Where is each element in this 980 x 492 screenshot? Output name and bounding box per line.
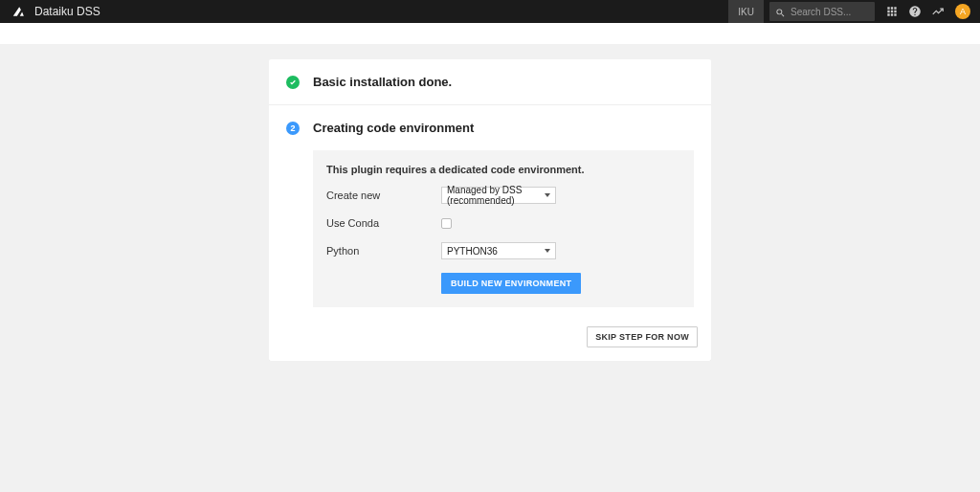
use-conda-checkbox[interactable] (441, 218, 452, 229)
search-container[interactable] (769, 2, 875, 21)
header-right: IKU A (728, 0, 980, 23)
apps-grid-icon[interactable] (880, 0, 903, 23)
chevron-down-icon (545, 249, 550, 253)
skip-row: SKIP STEP FOR NOW (269, 321, 711, 361)
help-icon[interactable] (903, 0, 926, 23)
step-body: This plugin requires a dedicated code en… (269, 150, 711, 321)
python-value: PYTHON36 (447, 246, 498, 257)
step-number-badge: 2 (286, 122, 300, 135)
app-logo-icon (11, 5, 25, 18)
python-row: Python PYTHON36 (326, 242, 680, 259)
chevron-down-icon (545, 193, 550, 197)
step-active-title: Creating code environment (313, 121, 474, 135)
python-select[interactable]: PYTHON36 (441, 242, 556, 259)
avatar[interactable]: A (955, 4, 970, 19)
skip-step-button[interactable]: SKIP STEP FOR NOW (587, 326, 698, 347)
activity-icon[interactable] (926, 0, 949, 23)
page-content: Basic installation done. 2 Creating code… (0, 44, 980, 361)
step-active-row: 2 Creating code environment (269, 105, 711, 150)
iku-badge[interactable]: IKU (728, 0, 764, 23)
form-note: This plugin requires a dedicated code en… (326, 164, 680, 175)
sub-header (0, 23, 980, 44)
use-conda-row: Use Conda (326, 217, 680, 229)
python-label: Python (326, 245, 441, 257)
create-new-label: Create new (326, 190, 441, 201)
app-title: Dataiku DSS (34, 5, 100, 18)
install-card: Basic installation done. 2 Creating code… (269, 59, 711, 361)
search-input[interactable] (791, 7, 869, 17)
use-conda-label: Use Conda (326, 217, 441, 229)
create-new-select[interactable]: Managed by DSS (recommended) (441, 187, 556, 204)
app-header: Dataiku DSS IKU A (0, 0, 980, 23)
create-new-value: Managed by DSS (recommended) (447, 185, 545, 206)
form-panel: This plugin requires a dedicated code en… (313, 150, 694, 307)
build-button-row: BUILD NEW ENVIRONMENT (441, 273, 680, 294)
header-left: Dataiku DSS (0, 5, 728, 18)
check-icon (286, 76, 300, 89)
step-done-title: Basic installation done. (313, 75, 452, 89)
build-environment-button[interactable]: BUILD NEW ENVIRONMENT (441, 273, 581, 294)
search-icon (775, 7, 786, 17)
create-new-row: Create new Managed by DSS (recommended) (326, 187, 680, 204)
step-done-row: Basic installation done. (269, 59, 711, 105)
